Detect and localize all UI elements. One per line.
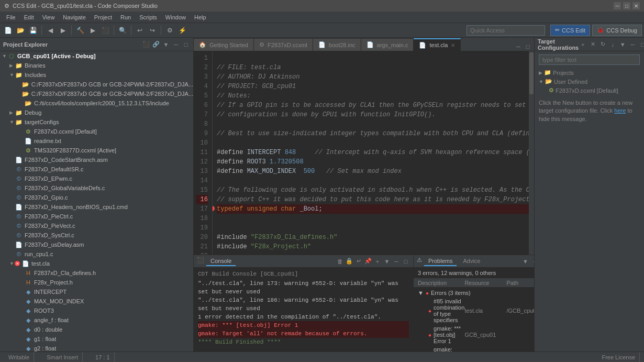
- problems-tab[interactable]: Problems: [424, 257, 457, 266]
- title-bar-controls[interactable]: ─ □ ✕: [614, 2, 640, 9]
- console-menu-btn[interactable]: ▼: [383, 257, 391, 266]
- tree-inc2[interactable]: 📂 C:/F2837xD/F2837xD GCB or GCB-24PWM-2/…: [0, 89, 193, 98]
- editor-area[interactable]: 12345 678910 1112131415 16 17181920 2122…: [194, 51, 534, 255]
- menu-scripts[interactable]: Scripts: [135, 13, 161, 21]
- tab-f2837xd-ccxml[interactable]: ⚙ F2837xD.ccxml: [254, 38, 313, 51]
- menu-run[interactable]: Run: [116, 13, 135, 21]
- menu-edit[interactable]: Edit: [20, 13, 38, 21]
- right-new-btn[interactable]: +: [579, 40, 587, 49]
- minimize-button[interactable]: ─: [614, 2, 621, 9]
- toolbar-open-btn[interactable]: 📂: [15, 25, 26, 36]
- tree-maxmod[interactable]: ◆ MAX_MOD_INDEX: [0, 297, 193, 306]
- menu-window[interactable]: Window: [161, 13, 190, 21]
- tree-epwm[interactable]: © F2837xD_EPwm.c: [0, 174, 193, 183]
- tree-codestart[interactable]: 📄 F2837xD_CodeStartBranch.asm: [0, 155, 193, 164]
- tree-readme[interactable]: 📄 readme.txt: [0, 136, 193, 146]
- tree-inc1[interactable]: 📂 C:/F2837xD/F2837xD GCB or GCB-24PWM-2/…: [0, 80, 193, 89]
- close-button[interactable]: ✕: [632, 2, 640, 9]
- tab-args-main[interactable]: 📄 args_main.c: [361, 38, 414, 51]
- right-tree-userdefined[interactable]: ▼ 📂 User Defined: [539, 77, 640, 86]
- advice-tab[interactable]: Advice: [459, 257, 484, 266]
- console-min-btn[interactable]: ─: [392, 257, 401, 266]
- tree-binaries[interactable]: ▶ 📁 Binaries: [0, 61, 193, 70]
- console-new-btn[interactable]: +: [373, 257, 382, 266]
- code-editor[interactable]: // FILE: test.cla // AUTHOR: DJ Atkinson…: [213, 51, 534, 255]
- right-delete-btn[interactable]: ✕: [589, 40, 597, 49]
- tree-gpio[interactable]: © F2837xD_Gpio.c: [0, 193, 193, 202]
- menu-project[interactable]: Project: [90, 13, 116, 21]
- toolbar-new-btn[interactable]: 📄: [2, 25, 14, 36]
- menu-navigate[interactable]: Navigate: [59, 13, 90, 21]
- tree-piectrl[interactable]: © F2837xD_PieCtrl.c: [0, 212, 193, 221]
- tree-anglef[interactable]: ◆ angle_f : float: [0, 315, 193, 325]
- tree-f2837xd-ccxml[interactable]: ⚙ F2837xD.ccxml [Default]: [0, 127, 193, 136]
- tree-cladefc[interactable]: H F2837xD_Cla_defines.h: [0, 268, 193, 278]
- toolbar-build-btn[interactable]: 🔨: [74, 25, 86, 36]
- right-import-btn[interactable]: ↓: [608, 40, 617, 49]
- collapse-all-btn[interactable]: ⬛: [142, 40, 150, 49]
- menu-help[interactable]: Help: [190, 13, 210, 21]
- tree-debug[interactable]: ▶ 📁 Debug: [0, 108, 193, 117]
- toolbar-redo-btn[interactable]: ↪: [147, 25, 158, 36]
- right-menu-btn[interactable]: ▼: [618, 40, 627, 49]
- ccs-edit-button[interactable]: ✏ CCS Edit: [550, 25, 590, 36]
- tab-close-btn[interactable]: ✕: [451, 42, 455, 48]
- ccs-debug-button[interactable]: 🐞 CCS Debug: [592, 25, 642, 36]
- console-word-wrap-btn[interactable]: ↵: [354, 257, 363, 266]
- tree-inc3[interactable]: 📂 C:/ti/ccsv6/tools/compiler/c2000_15.12…: [0, 98, 193, 108]
- tab-getting-started[interactable]: 🏠 Getting Started: [194, 38, 254, 51]
- tree-defaultisr[interactable]: © F2837xD_DefaultISR.c: [0, 164, 193, 174]
- panel-menu-btn[interactable]: ▼: [162, 40, 170, 49]
- toolbar-debug-btn[interactable]: ▶: [87, 25, 98, 36]
- editor-scrollbar[interactable]: [529, 51, 534, 255]
- right-tree-f2837xd-ccxml[interactable]: ⚙ F2837xD.ccxml [Default]: [539, 86, 640, 95]
- tree-includes[interactable]: ▼ 📁 Includes: [0, 70, 193, 80]
- toolbar-undo-btn[interactable]: ↩: [134, 25, 146, 36]
- console-scroll-lock-btn[interactable]: 🔒: [345, 257, 353, 266]
- link-editor-btn[interactable]: 🔗: [152, 40, 160, 49]
- tree-intercept[interactable]: ◆ INTERCEPT: [0, 287, 193, 297]
- maximize-button[interactable]: □: [623, 2, 630, 9]
- tree-root-project[interactable]: ▼ ⬡ GCB_cpu01 [Active - Debug]: [0, 51, 193, 61]
- console-pin-btn[interactable]: 📌: [364, 257, 372, 266]
- quick-access-input[interactable]: [467, 25, 545, 36]
- tree-targetconfigs[interactable]: ▼ 📁 targetConfigs: [0, 117, 193, 127]
- tree-g1[interactable]: ◆ g1 : float: [0, 334, 193, 344]
- toolbar-misc2-btn[interactable]: ⚡: [176, 25, 188, 36]
- prob-item-2[interactable]: ● gmake: *** [test.obj] Error 1 GCB_cpu0…: [414, 324, 534, 345]
- right-refresh-btn[interactable]: ↻: [598, 40, 607, 49]
- tree-sysctrl[interactable]: © F2837xD_SysCtrl.c: [0, 231, 193, 240]
- right-max-btn[interactable]: □: [638, 40, 644, 49]
- menu-view[interactable]: View: [38, 13, 59, 21]
- panel-max-btn[interactable]: □: [182, 40, 190, 49]
- tab-boot28[interactable]: 📄 boot28.inc: [313, 38, 361, 51]
- toolbar-back-btn[interactable]: ◀: [45, 25, 56, 36]
- tree-pievect[interactable]: © F2837xD_PieVect.c: [0, 221, 193, 231]
- right-notice-link[interactable]: here: [614, 107, 626, 114]
- tree-d0[interactable]: ◆ d0 : double: [0, 325, 193, 334]
- toolbar-stop-btn[interactable]: ⬛: [99, 25, 111, 36]
- tree-testcla[interactable]: ▼ ✕ 📄 test.cla: [0, 259, 193, 268]
- console-tab[interactable]: Console: [206, 257, 236, 266]
- tree-root3[interactable]: ◆ ROOT3: [0, 306, 193, 315]
- tree-tms320[interactable]: ⚙ TMS320F28377D.ccxml [Active]: [0, 146, 193, 155]
- toolbar-search-btn[interactable]: 🔍: [117, 25, 128, 36]
- tree-f28proj[interactable]: H F28x_Project.h: [0, 278, 193, 287]
- console-max-btn[interactable]: □: [402, 257, 410, 266]
- editor-maximize-btn[interactable]: □: [524, 42, 532, 51]
- toolbar-fwd-btn[interactable]: ▶: [57, 25, 69, 36]
- menu-file[interactable]: File: [2, 13, 20, 21]
- console-clear-btn[interactable]: 🗑: [336, 257, 344, 266]
- tab-test-cla[interactable]: 📄 test.cla ✕: [414, 38, 461, 51]
- tree-g2[interactable]: ◆ g2 : float: [0, 344, 193, 352]
- right-min-btn[interactable]: ─: [628, 40, 637, 49]
- tree-runcpu[interactable]: © run_cpu1.c: [0, 249, 193, 259]
- prob-item-3[interactable]: ● gmake: Target 'all' not remade because…: [414, 345, 534, 352]
- tree-globalvars[interactable]: © F2837xD_GlobalVariableDefs.c: [0, 183, 193, 193]
- panel-min-btn[interactable]: ─: [172, 40, 180, 49]
- problems-menu-btn[interactable]: ▼: [521, 257, 529, 266]
- errors-group-header[interactable]: ▼ ● Errors (3 items): [414, 289, 534, 297]
- editor-minimize-btn[interactable]: ─: [514, 42, 523, 51]
- tree-usdelay[interactable]: 📄 F2837xD_usDelay.asm: [0, 240, 193, 249]
- tree-headers[interactable]: 📄 F2837xD_Headers_nonBIOS_cpu1.cmd: [0, 202, 193, 212]
